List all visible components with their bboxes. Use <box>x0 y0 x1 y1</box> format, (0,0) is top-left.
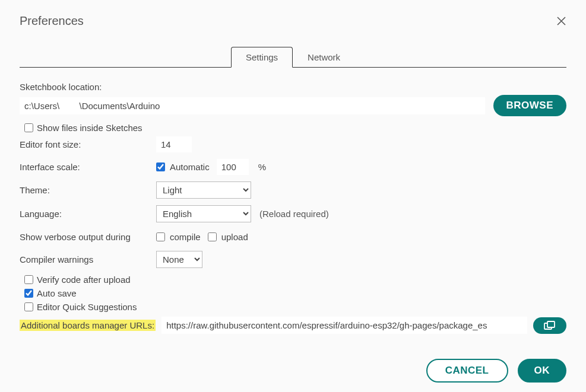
warnings-select[interactable]: None <box>156 251 202 268</box>
verbose-upload-checkbox[interactable] <box>208 232 217 241</box>
scale-label: Interface scale: <box>20 162 156 172</box>
language-label: Language: <box>20 209 156 219</box>
scale-unit: % <box>258 162 266 172</box>
verbose-upload-label: upload <box>221 232 248 242</box>
svg-rect-1 <box>547 321 555 327</box>
autosave-checkbox[interactable] <box>24 289 33 298</box>
sketchbook-label: Sketchbook location: <box>20 82 156 92</box>
warnings-label: Compiler warnings <box>20 254 156 264</box>
verbose-compile-checkbox[interactable] <box>156 232 165 241</box>
font-size-label: Editor font size: <box>20 139 156 149</box>
sketchbook-path-input[interactable] <box>20 97 485 114</box>
boards-urls-expand-button[interactable] <box>533 317 566 334</box>
verbose-compile-label: compile <box>170 232 201 242</box>
show-files-label: Show files inside Sketches <box>37 123 142 133</box>
tab-settings[interactable]: Settings <box>231 47 293 68</box>
browse-button[interactable]: BROWSE <box>493 95 567 116</box>
tabs: Settings Network <box>20 47 566 68</box>
verify-label: Verify code after upload <box>37 275 131 285</box>
scale-value-input[interactable] <box>217 159 249 175</box>
dialog-footer: CANCEL OK <box>20 334 566 392</box>
tab-network[interactable]: Network <box>293 47 355 68</box>
boards-urls-label: Additional boards manager URLs: <box>20 320 156 331</box>
settings-panel: Sketchbook location: BROWSE Show files i… <box>20 68 566 334</box>
show-files-checkbox[interactable] <box>24 123 33 132</box>
font-size-input[interactable] <box>156 136 192 152</box>
theme-label: Theme: <box>20 185 156 195</box>
autosave-label: Auto save <box>37 288 77 298</box>
dialog-title: Preferences <box>20 14 84 28</box>
quick-suggestions-checkbox[interactable] <box>24 302 33 311</box>
quick-suggestions-label: Editor Quick Suggestions <box>37 302 137 312</box>
boards-urls-input[interactable] <box>161 317 527 334</box>
scale-auto-label: Automatic <box>170 162 210 172</box>
verbose-label: Show verbose output during <box>20 232 156 242</box>
verify-checkbox[interactable] <box>24 275 33 284</box>
theme-select[interactable]: Light <box>156 181 251 199</box>
expand-window-icon <box>544 321 556 330</box>
scale-auto-checkbox[interactable] <box>156 162 165 171</box>
dialog-header: Preferences <box>20 14 566 28</box>
close-icon[interactable] <box>556 16 566 26</box>
ok-button[interactable]: OK <box>518 359 567 383</box>
language-select[interactable]: English <box>156 205 251 222</box>
cancel-button[interactable]: CANCEL <box>426 359 508 383</box>
preferences-dialog: Preferences Settings Network Sketchbook … <box>0 0 586 392</box>
language-hint: (Reload required) <box>259 209 329 219</box>
